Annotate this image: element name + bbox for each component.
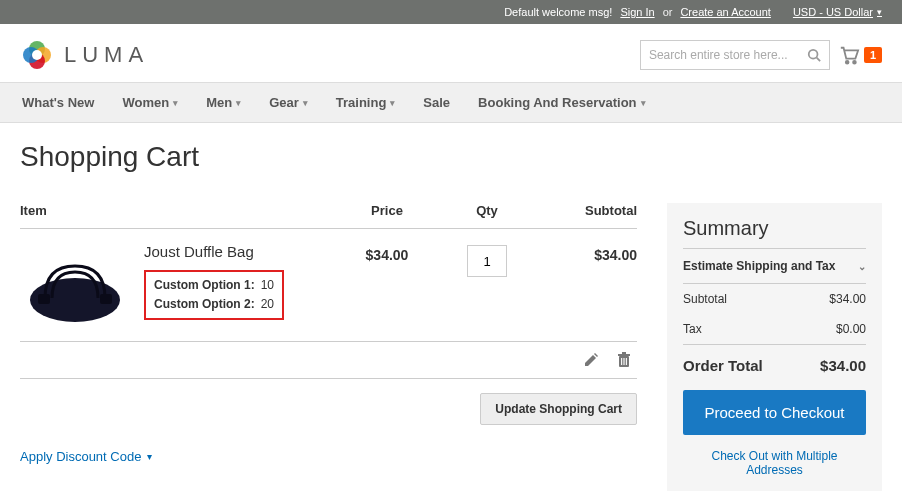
nav-sale[interactable]: Sale: [409, 83, 464, 122]
subtotal-label: Subtotal: [683, 292, 727, 306]
summary-panel: Summary Estimate Shipping and Tax ⌄ Subt…: [667, 203, 882, 491]
logo-icon: [20, 38, 54, 72]
subtotal-value: $34.00: [829, 292, 866, 306]
edit-icon[interactable]: [583, 352, 599, 368]
item-price: $34.00: [337, 243, 437, 333]
col-subtotal-header: Subtotal: [537, 203, 637, 218]
nav-training[interactable]: Training▾: [322, 83, 410, 122]
logo[interactable]: LUMA: [20, 38, 149, 72]
svg-point-4: [32, 50, 42, 60]
search-box[interactable]: [640, 40, 830, 70]
apply-discount-toggle[interactable]: Apply Discount Code ▾: [20, 449, 637, 464]
svg-point-7: [846, 61, 849, 64]
col-price-header: Price: [337, 203, 437, 218]
col-qty-header: Qty: [437, 203, 537, 218]
order-total-value: $34.00: [820, 357, 866, 374]
col-item-header: Item: [20, 203, 337, 218]
order-total-label: Order Total: [683, 357, 763, 374]
trash-icon[interactable]: [617, 352, 631, 368]
signin-link[interactable]: Sign In: [620, 6, 654, 18]
product-name[interactable]: Joust Duffle Bag: [144, 243, 337, 260]
chevron-down-icon: ▾: [641, 98, 646, 108]
main-nav: What's New Women▾ Men▾ Gear▾ Training▾ S…: [0, 82, 902, 123]
option-value: 10: [261, 276, 274, 295]
chevron-down-icon: ▾: [173, 98, 178, 108]
option-label: Custom Option 1:: [154, 276, 255, 295]
svg-rect-14: [622, 352, 626, 354]
update-cart-button[interactable]: Update Shopping Cart: [480, 393, 637, 425]
svg-rect-11: [100, 294, 112, 304]
chevron-down-icon: ▾: [303, 98, 308, 108]
item-actions: [20, 342, 637, 379]
svg-point-5: [809, 50, 818, 59]
header: LUMA 1: [0, 24, 902, 82]
cart-count-badge: 1: [864, 47, 882, 63]
qty-input[interactable]: [467, 245, 507, 277]
welcome-msg: Default welcome msg!: [504, 6, 612, 18]
item-subtotal: $34.00: [537, 243, 637, 333]
custom-options-box: Custom Option 1: 10 Custom Option 2: 20: [144, 270, 284, 320]
cart-item-row: Joust Duffle Bag Custom Option 1: 10 Cus…: [20, 229, 637, 342]
top-bar: Default welcome msg! Sign In or Create a…: [0, 0, 902, 24]
currency-switcher[interactable]: USD - US Dollar ▾: [793, 6, 882, 18]
nav-men[interactable]: Men▾: [192, 83, 255, 122]
chevron-down-icon: ⌄: [858, 261, 866, 272]
svg-rect-10: [38, 294, 50, 304]
svg-rect-15: [621, 358, 622, 365]
cart-header-row: Item Price Qty Subtotal: [20, 203, 637, 229]
summary-tax-row: Tax $0.00: [683, 314, 866, 345]
minicart[interactable]: 1: [838, 45, 882, 65]
svg-point-8: [853, 61, 856, 64]
or-text: or: [663, 6, 673, 18]
chevron-down-icon: ▾: [877, 7, 882, 17]
search-input[interactable]: [649, 48, 807, 62]
option-value: 20: [261, 295, 274, 314]
summary-subtotal-row: Subtotal $34.00: [683, 284, 866, 314]
proceed-checkout-button[interactable]: Proceed to Checkout: [683, 390, 866, 435]
summary-title: Summary: [683, 217, 866, 240]
cart-icon: [838, 45, 860, 65]
nav-booking[interactable]: Booking And Reservation▾: [464, 83, 659, 122]
multi-address-link[interactable]: Check Out with Multiple Addresses: [683, 449, 866, 477]
create-account-link[interactable]: Create an Account: [680, 6, 771, 18]
nav-gear[interactable]: Gear▾: [255, 83, 322, 122]
svg-line-6: [817, 58, 821, 62]
option-label: Custom Option 2:: [154, 295, 255, 314]
nav-women[interactable]: Women▾: [108, 83, 192, 122]
chevron-down-icon: ▾: [390, 98, 395, 108]
svg-rect-13: [618, 354, 630, 356]
svg-rect-16: [623, 358, 624, 365]
estimate-shipping-toggle[interactable]: Estimate Shipping and Tax ⌄: [683, 248, 866, 284]
chevron-down-icon: ▾: [236, 98, 241, 108]
search-icon[interactable]: [807, 48, 821, 62]
order-total-row: Order Total $34.00: [683, 345, 866, 390]
page-title: Shopping Cart: [20, 141, 882, 173]
logo-text: LUMA: [64, 42, 149, 68]
svg-rect-17: [626, 358, 627, 365]
product-image[interactable]: [20, 243, 130, 333]
tax-label: Tax: [683, 322, 702, 336]
chevron-down-icon: ▾: [147, 451, 152, 462]
nav-whats-new[interactable]: What's New: [8, 83, 108, 122]
tax-value: $0.00: [836, 322, 866, 336]
